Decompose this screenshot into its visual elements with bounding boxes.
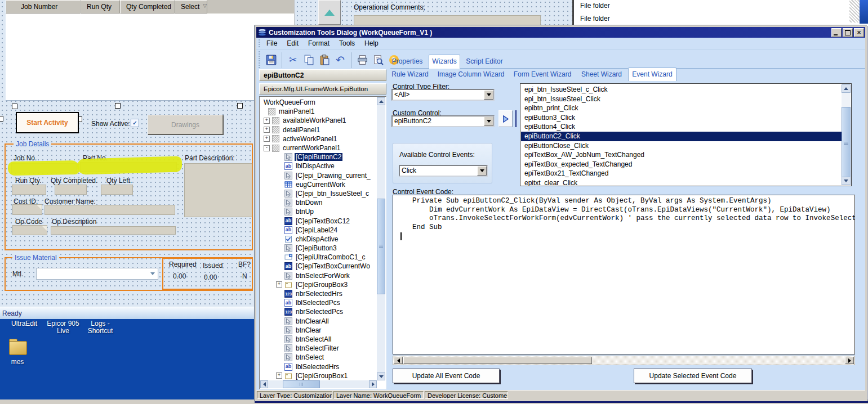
tree-item[interactable]: 123nbrSelectedPcs (260, 307, 377, 316)
scroll-up-button[interactable] (318, 0, 341, 25)
event-handler-item[interactable]: epiTextBox21_TextChanged (521, 169, 842, 178)
tree-item[interactable]: ab[C]epiTextBoxC12 (260, 216, 377, 225)
grid-column-select[interactable]: Select▽ (175, 0, 207, 14)
paste-button[interactable] (317, 52, 332, 68)
minimize-button[interactable] (831, 28, 842, 37)
tree-item[interactable]: +[C]epiGroupBox1 (260, 371, 377, 380)
tree-vertical-scrollbar[interactable] (377, 97, 385, 380)
start-activity-button[interactable]: Start Activity (16, 112, 79, 133)
event-handler-item[interactable]: epiButtonClose_Click (521, 141, 842, 151)
tree-item[interactable]: [C]epi_Drawing_current_ (260, 171, 377, 180)
scrollbar-track[interactable] (849, 0, 860, 23)
qty-completed-input[interactable] (55, 185, 87, 195)
tab-properties[interactable]: Properties (390, 55, 424, 65)
update-selected-event-code-button[interactable]: Update Selected Event Code (634, 369, 752, 383)
undo-button[interactable]: ↶ (332, 52, 348, 68)
op-code-input[interactable] (12, 225, 47, 235)
tree-item[interactable]: btnSelectForWork (260, 271, 377, 280)
code-horizontal-scrollbar[interactable] (393, 356, 855, 365)
available-events-select[interactable]: Click (399, 165, 488, 177)
menu-edit[interactable]: Edit (287, 39, 299, 47)
scroll-right-icon[interactable] (369, 380, 377, 388)
selection-handle[interactable] (115, 103, 121, 109)
tree-item[interactable]: [C]epiUltraComboC1_c (260, 253, 377, 262)
qty-left-input[interactable] (101, 185, 133, 195)
close-button[interactable] (854, 28, 864, 37)
event-handler-item[interactable]: epi_btn_IssueSteel_c_Click (521, 85, 842, 95)
chevron-down-icon[interactable] (477, 166, 487, 176)
scrollbar-thumb[interactable] (403, 357, 592, 364)
event-handler-item[interactable]: epiTextBox_expected_TextChanged (521, 160, 842, 169)
tree-item[interactable]: btnSelectAll (260, 335, 377, 344)
desktop-icon-label[interactable]: Logs - Shortcut (79, 320, 122, 335)
drawings-button[interactable]: Drawings (148, 115, 223, 134)
tree-item[interactable]: [C]epi_btn_IssueSteel_c (260, 189, 377, 198)
print-button[interactable] (351, 52, 370, 68)
show-active-checkbox[interactable] (131, 119, 139, 127)
customer-name-input[interactable] (44, 205, 175, 215)
tree-item[interactable]: btnSelect (260, 353, 377, 362)
event-handler-item[interactable]: epiTextBox_AW_JobNum_TextChanged (521, 150, 842, 160)
expand-icon[interactable]: + (264, 118, 270, 124)
tab-sheet-wizard[interactable]: Sheet Wizard (581, 68, 622, 78)
folder-icon[interactable] (9, 341, 26, 354)
tab-image-column-wizard[interactable]: Image Column Wizard (435, 68, 506, 78)
grid-column-run-qty[interactable]: Run Qty (81, 0, 120, 14)
cut-button[interactable]: ✂ (282, 52, 301, 68)
tree-item[interactable]: ab[C]epiTextBoxCurrentWo (260, 262, 377, 271)
tree-item[interactable]: btnSelectFilter (260, 344, 377, 353)
maximize-button[interactable] (843, 28, 853, 37)
dialog-titlebar[interactable]: Customization Tools Dialog (WorkQueueFor… (256, 27, 865, 38)
save-button[interactable] (263, 52, 279, 68)
operational-comments-input[interactable] (354, 15, 541, 26)
menu-format[interactable]: Format (308, 39, 330, 47)
code-editor[interactable]: Private Sub epiButtonC2_Click(ByVal send… (393, 195, 855, 354)
toolbar-grip[interactable] (259, 39, 260, 47)
event-handler-item[interactable]: epiButton4_Click (521, 122, 842, 132)
toolbar-grip[interactable] (259, 51, 260, 69)
scroll-up-icon[interactable] (842, 84, 851, 93)
list-vertical-scrollbar[interactable] (842, 84, 851, 185)
tab-rule-wizard[interactable]: Rule Wizard (391, 68, 429, 78)
collapse-icon[interactable]: - (264, 145, 270, 151)
expand-icon[interactable]: + (276, 281, 282, 288)
tree-item[interactable]: chkDispActive (260, 235, 377, 244)
tree-item[interactable]: ab[C]epiLabel24 (260, 226, 377, 235)
custom-control-select[interactable]: epiButtonC2 (391, 115, 495, 127)
tree-item[interactable]: +detailPanel1 (260, 125, 377, 134)
event-handler-item[interactable]: epiButtonC2_Click (521, 132, 842, 141)
selection-handle[interactable] (12, 104, 17, 109)
desktop-icon-label[interactable]: UltraEdit (3, 320, 45, 327)
expand-icon[interactable]: + (264, 127, 270, 133)
scrollbar-thumb[interactable] (283, 380, 320, 388)
tab-script-editor[interactable]: Script Editor (464, 55, 505, 65)
tree-item[interactable]: btnClearAll (260, 317, 377, 326)
menu-tools[interactable]: Tools (339, 39, 355, 47)
print-preview-button[interactable] (370, 52, 386, 68)
tree-item[interactable]: eugCurrentWork (260, 180, 377, 189)
tree-item[interactable]: [C]epiButton3 (260, 244, 377, 253)
event-handler-item[interactable]: epitxt_clear_Click (521, 178, 842, 186)
run-qty-input[interactable] (12, 185, 46, 195)
tree-item[interactable]: WorkQueueForm (260, 98, 377, 107)
op-description-input[interactable] (51, 226, 176, 235)
cust-id-input[interactable] (12, 204, 42, 215)
tab-event-wizard[interactable]: Event Wizard (628, 68, 676, 81)
update-all-event-code-button[interactable]: Update All Event Code (393, 369, 500, 383)
scroll-up-icon[interactable] (377, 97, 385, 105)
tree-item[interactable]: ablblSelectedPcs (260, 298, 377, 307)
grid-column-job-number[interactable]: Job Number (6, 0, 81, 14)
expand-icon[interactable]: + (276, 372, 282, 379)
scroll-left-icon[interactable] (394, 357, 403, 364)
tree-item[interactable]: +activeWorkPanel1 (260, 134, 377, 143)
selection-handle[interactable] (237, 103, 243, 109)
menu-help[interactable]: Help (364, 39, 379, 47)
scrollbar-thumb[interactable] (842, 107, 851, 180)
folder-label[interactable]: mes (1, 358, 34, 366)
tree-item[interactable]: mainPanel1 (260, 107, 377, 116)
mtl-select[interactable] (36, 268, 158, 280)
scrollbar-thumb[interactable] (377, 199, 385, 294)
scroll-down-icon[interactable] (842, 177, 851, 185)
part-description-input[interactable] (184, 163, 252, 217)
grid-column-qty-completed[interactable]: Qty Completed (120, 0, 175, 14)
